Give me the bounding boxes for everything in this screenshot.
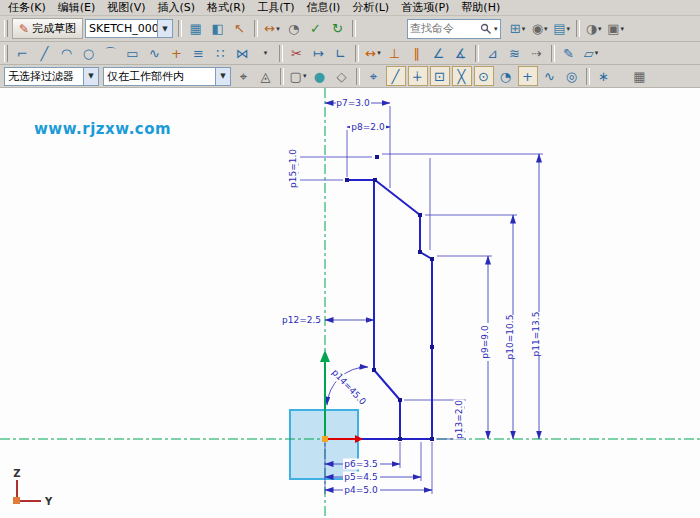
toolbar-grip[interactable] [4, 20, 8, 37]
dimension-p10[interactable]: p10=10.5 [425, 215, 517, 439]
chevron-down-icon[interactable]: ▼ [215, 68, 230, 85]
triad-y-label: Y [44, 496, 53, 507]
existing-point-snap-icon[interactable]: + [518, 66, 538, 86]
shaded-preview-icon[interactable]: ● [310, 66, 330, 86]
window-icon[interactable]: ▣▾ [606, 19, 626, 39]
intersection-snap-icon[interactable]: ╳ [452, 66, 472, 86]
dimension-p14[interactable]: p14=45.0 [327, 366, 369, 407]
icon-glyph: ▦ [189, 22, 201, 35]
dimension-icon[interactable]: ↔▾ [363, 43, 383, 63]
quick-trim-icon[interactable]: ✂ [287, 43, 307, 63]
offset-curve-icon[interactable]: ≡ [189, 43, 209, 63]
menu-format[interactable]: 格式(R) [201, 0, 251, 15]
icon-glyph: ● [314, 70, 325, 83]
rectangle-select-icon[interactable]: ▢▾ [288, 66, 308, 86]
icon-glyph: ◬ [261, 70, 271, 83]
dropdown-arrow-icon: ▾ [303, 72, 307, 80]
quick-extend-icon[interactable]: ↦ [309, 43, 329, 63]
menu-information[interactable]: 信息(I) [301, 0, 347, 15]
sketch-view[interactable]: p7=3.0 p8=2.0 p15=1.0 [0, 88, 700, 518]
enable-snap-point-icon[interactable]: ⌖ [364, 66, 384, 86]
finish-sketch-icon: ✎ [19, 23, 29, 35]
rendering-style-icon[interactable]: ◉▾ [530, 19, 550, 39]
animate-dimension-icon[interactable]: ≋ [505, 43, 525, 63]
make-corner-icon[interactable]: ∟ [331, 43, 351, 63]
menu-edit[interactable]: 编辑(E) [52, 0, 102, 15]
sketch-origin-point[interactable] [322, 436, 328, 442]
orient-view-to-sketch-icon[interactable]: ▦ [186, 19, 206, 39]
dimension-p12[interactable]: p12=2.5 [281, 315, 374, 326]
dimension-p13[interactable]: p13=2.0 [404, 400, 466, 440]
set-symmetric-icon[interactable]: ∥ [407, 43, 427, 63]
edit-curve-icon[interactable]: ✎ [559, 43, 579, 63]
mirror-curve-icon[interactable]: ⋈ [233, 43, 253, 63]
visualization-icon[interactable]: ▤▾ [552, 19, 572, 39]
fillet-icon[interactable]: ⌒ [101, 43, 121, 63]
menu-task[interactable]: 任务(K) [2, 0, 52, 15]
update-model-icon[interactable]: ↻ [328, 19, 348, 39]
view-layout-icon[interactable]: ⊞▾ [508, 19, 528, 39]
positioning-dimension-icon[interactable]: ↔▾ [262, 19, 282, 39]
geometric-constraints-icon[interactable]: ⊥ [385, 43, 405, 63]
profile-icon[interactable]: ⌐ [13, 43, 33, 63]
arc-center-snap-icon[interactable]: ⊙ [474, 66, 494, 86]
snap-settings-icon[interactable]: ⌖ [234, 66, 254, 86]
point-constructor-icon[interactable]: ∗ [594, 66, 614, 86]
selection-scope-combobox[interactable]: 仅在工作部件内 ▼ [103, 67, 231, 86]
arc-icon[interactable]: ◠ [57, 43, 77, 63]
wireframe-preview-icon[interactable]: ◇ [332, 66, 352, 86]
finish-sketch-button[interactable]: ✎ 完成草图 [12, 18, 83, 39]
selection-filter-combobox[interactable]: 无选择过滤器 ▼ [4, 67, 99, 86]
midpoint-snap-icon[interactable]: ∔ [408, 66, 428, 86]
selection-scope-value: 仅在工作部件内 [104, 69, 215, 84]
point-icon[interactable]: + [167, 43, 187, 63]
convert-to-reference-icon[interactable]: ⇢ [527, 43, 547, 63]
dimension-p11[interactable]: p11=13.5 [382, 154, 543, 439]
dimension-p8[interactable]: p8=2.0 [347, 122, 390, 178]
grid-snap-icon[interactable]: ▦ [630, 66, 650, 86]
line-icon[interactable]: ╱ [35, 43, 55, 63]
pattern-curve-icon[interactable]: ∷ [211, 43, 231, 63]
rectangle-icon[interactable]: ▭ [123, 43, 143, 63]
dropdown-arrow-icon: ▾ [620, 25, 624, 33]
graphics-window[interactable]: p7=3.0 p8=2.0 p15=1.0 [0, 88, 700, 518]
point-on-curve-snap-icon[interactable]: ∿ [540, 66, 560, 86]
menu-analysis[interactable]: 分析(L) [346, 0, 395, 15]
auto-constrain-icon[interactable]: ∠ [429, 43, 449, 63]
reattach-icon[interactable]: ↖ [230, 19, 250, 39]
toolbar-grip[interactable] [4, 45, 8, 62]
endpoint-snap-icon[interactable]: ╱ [386, 66, 406, 86]
dimension-p15[interactable]: p15=1.0 [288, 149, 373, 188]
search-icon[interactable] [480, 23, 492, 35]
orient-view-to-model-icon[interactable]: ◧ [208, 19, 228, 39]
highlight-selection-icon[interactable]: ◬ [256, 66, 276, 86]
icon-glyph: ○ [83, 47, 94, 60]
dimension-p7[interactable]: p7=3.0 [325, 98, 390, 189]
edit-defining-section-icon[interactable]: ▱▾ [581, 43, 601, 63]
dimension-p4[interactable]: p4=5.0 [325, 485, 432, 496]
menu-view[interactable]: 视图(V) [101, 0, 151, 15]
control-point-snap-icon[interactable]: ⊡ [430, 66, 450, 86]
quadrant-snap-icon[interactable]: ◔ [496, 66, 516, 86]
chevron-down-icon[interactable]: ▼ [157, 20, 172, 37]
menu-insert[interactable]: 插入(S) [151, 0, 201, 15]
dimension-label-p11: p11=13.5 [531, 312, 541, 357]
circle-icon[interactable]: ○ [79, 43, 99, 63]
find-dropdown-arrow-icon[interactable]: ▾ [494, 25, 498, 33]
point-on-surface-snap-icon[interactable]: ◎ [562, 66, 582, 86]
show-constraints-icon[interactable]: ∡ [451, 43, 471, 63]
more-curves-icon[interactable]: ▾ [255, 43, 275, 63]
studio-spline-icon[interactable]: ∿ [145, 43, 165, 63]
delay-evaluation-icon[interactable]: ◔ [284, 19, 304, 39]
profile-curve-left[interactable] [374, 180, 400, 439]
menu-tools[interactable]: 工具(T) [251, 0, 300, 15]
evaluate-sketch-icon[interactable]: ✓ [306, 19, 326, 39]
find-command-input[interactable] [410, 21, 480, 36]
show-hide-icon[interactable]: ◑▾ [584, 19, 604, 39]
show-remove-constraints-icon[interactable]: ⊿ [483, 43, 503, 63]
chevron-down-icon[interactable]: ▼ [83, 68, 98, 85]
menu-help[interactable]: 帮助(H) [455, 0, 506, 15]
sketch-name-combobox[interactable]: SKETCH_000 ▼ [85, 19, 173, 38]
menu-preferences[interactable]: 首选项(P) [395, 0, 455, 15]
find-command-box[interactable]: ▾ [407, 19, 501, 39]
